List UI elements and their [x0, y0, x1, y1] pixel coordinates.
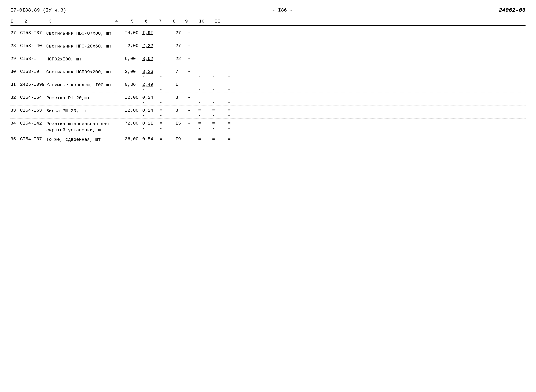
cell: =- — [228, 82, 240, 92]
cell: =- — [198, 108, 212, 118]
cell: 2,49- — [142, 82, 160, 92]
cell-description: НСПО2хI00, шт — [46, 56, 125, 62]
column-headers: I _ 2 ____ 3 ________ 4 ___ 5 __ 6 __ 7 … — [10, 19, 526, 24]
cell: 3,62- — [142, 56, 160, 66]
table-row: 27СI53-I37Светильник НБО-07х80, штI4,00I… — [10, 28, 526, 41]
table-row: 30СI53-I9Светильник НСП09х200, шт2,003,2… — [10, 67, 526, 80]
cell: =- — [228, 30, 240, 40]
cell: 3I — [10, 82, 20, 87]
cell: 2,22- — [142, 43, 160, 53]
cell: =- — [212, 95, 228, 105]
cell: =_- — [212, 108, 228, 118]
cell: =- — [212, 121, 228, 131]
cell: 3,26- — [142, 69, 160, 79]
cell: 22 — [176, 56, 188, 61]
page-header: I7-0I38.89 (IУ ч.3) - I86 - 24062-06 — [10, 7, 526, 14]
cell: - — [188, 95, 198, 100]
cell: =- — [198, 121, 212, 131]
cell: =- — [228, 43, 240, 53]
cell: =- — [228, 69, 240, 79]
dash-6-7: __ — [155, 19, 159, 24]
cell: - — [188, 121, 198, 126]
cell: 27 — [176, 43, 188, 48]
cell-description: Клеммные колодки, I00 шт — [46, 82, 125, 88]
cell: =- — [198, 69, 212, 79]
cell: =- — [198, 136, 212, 146]
cell-description: Вилка РШ-20, шт — [46, 108, 125, 114]
cell: =- — [160, 95, 176, 105]
cell: 0,24- — [142, 95, 160, 105]
col-h-2: 2 — [24, 19, 42, 24]
cell: =- — [198, 82, 212, 92]
cell: 72,00 — [125, 121, 142, 126]
cell-description: Светильник НБО-07х80, шт — [46, 30, 125, 37]
cell: 34 — [10, 121, 20, 126]
cell: =- — [198, 56, 212, 66]
cell: =- — [212, 82, 228, 92]
cell-description: Светильник НПО-20х60, шт — [46, 43, 125, 49]
cell: =- — [228, 95, 240, 105]
cell: 36,00 — [125, 136, 142, 142]
dash-5-6: __ — [141, 19, 145, 24]
cell: - — [188, 108, 198, 113]
dash-10-11: __ — [211, 19, 215, 24]
cell: 0,36 — [125, 82, 142, 87]
cell: 0,54- — [142, 136, 160, 146]
col-h-4: 4 — [115, 19, 126, 24]
cell: =- — [198, 30, 212, 40]
cell: 0,2I- — [142, 121, 160, 131]
cell: =- — [160, 121, 176, 131]
cell: =- — [198, 43, 212, 53]
cell: 29 — [10, 56, 20, 61]
cell: 33 — [10, 108, 20, 113]
col-h-1: I — [10, 19, 21, 24]
cell: СI53-I40 — [20, 43, 46, 48]
cell: =- — [212, 56, 228, 66]
cell: 2405-I099 — [20, 82, 46, 87]
table-row: 35СI54-I37То же, сдвоенная, шт36,000,54-… — [10, 134, 526, 147]
cell: 32 — [10, 95, 20, 100]
cell: - — [188, 30, 198, 35]
col-h-1-dash: _ — [21, 19, 24, 24]
cell: = — [188, 82, 198, 87]
col-h-5: 5 — [131, 19, 141, 24]
cell: =- — [160, 108, 176, 118]
cell: =- — [228, 121, 240, 131]
col-h-11: II — [215, 19, 225, 24]
cell: =- — [160, 56, 176, 66]
cell: - — [188, 56, 198, 61]
cell: I2,00 — [125, 95, 142, 100]
cell: =- — [212, 30, 228, 40]
cell: СI54-I42 — [20, 121, 46, 126]
cell: I — [176, 82, 188, 87]
cell: 27 — [10, 30, 20, 35]
cell: I2,00 — [125, 108, 142, 113]
dash-2-3: ____ — [42, 19, 49, 24]
cell: 3 — [176, 95, 188, 100]
cell: =- — [198, 95, 212, 105]
table-row: 29СI53-IНСПО2хI00, шт6,003,62-=-22-=-=-=… — [10, 54, 526, 67]
table-row: 3I2405-I099Клеммные колодки, I00 шт0,362… — [10, 80, 526, 93]
cell-description: Розетка штепсельная для скрытой установк… — [46, 121, 125, 133]
cell: 27 — [176, 30, 188, 35]
cell: =- — [212, 69, 228, 79]
cell: =- — [228, 56, 240, 66]
cell: I5 — [176, 121, 188, 126]
cell-description: То же, сдвоенная, шт — [46, 136, 125, 143]
cell: =- — [228, 136, 240, 146]
cell: - — [188, 43, 198, 48]
cell: СI54-I37 — [20, 136, 46, 142]
cell: 0,24- — [142, 108, 160, 118]
cell: =- — [160, 69, 176, 79]
table-row: 32СI54-I64Розетка РШ-20,штI2,000,24-=-3-… — [10, 93, 526, 106]
cell: СI53-I — [20, 56, 46, 61]
cell: =- — [160, 82, 176, 92]
cell: =- — [160, 43, 176, 53]
dash-3-4: ________ — [105, 19, 115, 24]
dash-4-5: ___ — [126, 19, 131, 24]
header-left: I7-0I38.89 (IУ ч.3) — [10, 8, 66, 13]
dash-7-8: __ — [169, 19, 173, 24]
cell: - — [188, 136, 198, 142]
cell: =- — [228, 108, 240, 118]
cell: 7 — [176, 69, 188, 74]
